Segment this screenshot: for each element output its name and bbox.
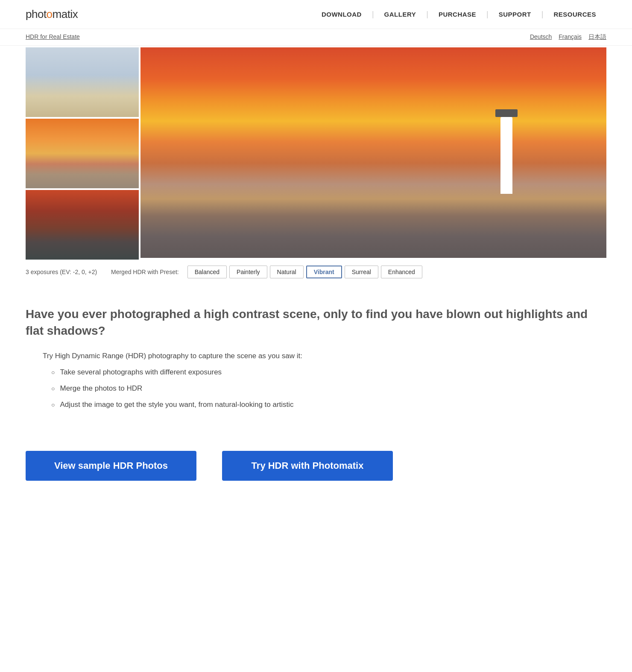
main-image-inner <box>140 47 606 258</box>
preset-painterly[interactable]: Painterly <box>229 266 267 278</box>
nav-download[interactable]: DOWNLOAD <box>311 11 372 18</box>
main-nav: DOWNLOAD | GALLERY | PURCHASE | SUPPORT … <box>311 10 606 19</box>
merged-label: Merged HDR with Preset: <box>111 269 179 275</box>
caption-row: 3 exposures (EV: -2, 0, +2) Merged HDR w… <box>0 260 632 284</box>
headline: Have you ever photographed a high contra… <box>26 306 606 339</box>
cta-row: View sample HDR Photos Try HDR with Phot… <box>0 434 632 506</box>
nav-support[interactable]: SUPPORT <box>489 11 541 18</box>
content-section: Have you ever photographed a high contra… <box>0 284 632 434</box>
preset-enhanced[interactable]: Enhanced <box>381 266 422 278</box>
thumbnail-column <box>26 47 139 260</box>
logo[interactable]: photomatix <box>26 8 78 21</box>
bullet-2: Merge the photos to HDR <box>51 384 606 393</box>
thumbnail-3[interactable] <box>26 190 139 260</box>
bullet-1: Take several photographs with different … <box>51 368 606 377</box>
preset-surreal[interactable]: Surreal <box>345 266 378 278</box>
hdr-real-estate-link[interactable]: HDR for Real Estate <box>26 33 80 41</box>
intro-text: Try High Dynamic Range (HDR) photography… <box>43 352 606 360</box>
bullet-3: Adjust the image to get the style you wa… <box>51 400 606 409</box>
thumbnail-1[interactable] <box>26 47 139 117</box>
subheader: HDR for Real Estate Deutsch Français 日本語 <box>0 29 632 46</box>
language-links: Deutsch Français 日本語 <box>530 33 606 41</box>
preset-buttons: Balanced Painterly Natural Vibrant Surre… <box>187 266 422 278</box>
try-hdr-button[interactable]: Try HDR with Photomatix <box>222 451 393 481</box>
nav-gallery[interactable]: GALLERY <box>374 11 427 18</box>
preset-balanced[interactable]: Balanced <box>187 266 227 278</box>
main-image[interactable] <box>140 47 606 258</box>
nav-purchase[interactable]: PURCHASE <box>428 11 486 18</box>
bullet-list: Take several photographs with different … <box>51 368 606 409</box>
exposures-label: 3 exposures (EV: -2, 0, +2) <box>26 269 102 275</box>
nav-resources[interactable]: RESOURCES <box>543 11 606 18</box>
gallery-section <box>0 47 632 260</box>
preset-natural[interactable]: Natural <box>270 266 304 278</box>
lang-francais[interactable]: Français <box>559 33 582 41</box>
preset-vibrant[interactable]: Vibrant <box>306 266 342 278</box>
view-samples-button[interactable]: View sample HDR Photos <box>26 451 196 481</box>
lang-japanese[interactable]: 日本語 <box>588 33 606 41</box>
logo-dot: o <box>47 8 53 20</box>
thumbnail-2[interactable] <box>26 119 139 188</box>
lang-deutsch[interactable]: Deutsch <box>530 33 552 41</box>
site-header: photomatix DOWNLOAD | GALLERY | PURCHASE… <box>0 0 632 29</box>
